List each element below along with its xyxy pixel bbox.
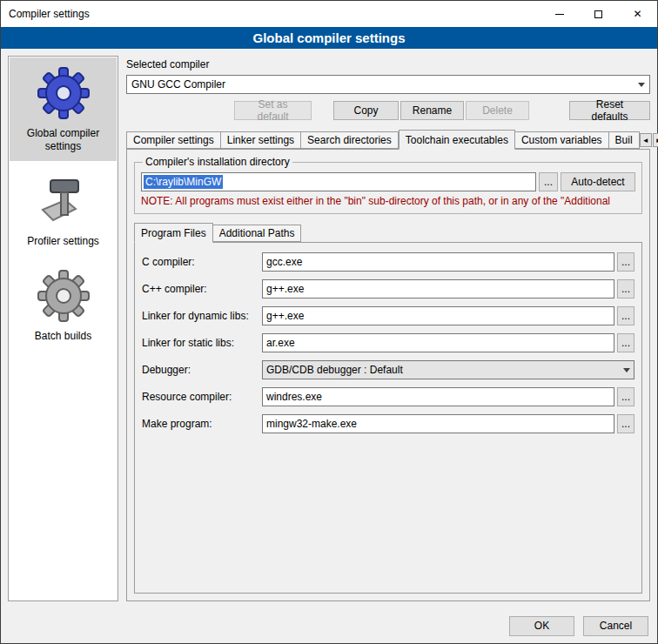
sidebar-item-label: Profiler settings (27, 235, 99, 248)
maximize-button[interactable] (579, 1, 618, 27)
installation-directory-value: C:\raylib\MinGW (144, 175, 223, 189)
tab-custom-variables[interactable]: Custom variables (515, 131, 609, 149)
tab-additional-paths[interactable]: Additional Paths (213, 225, 302, 242)
selected-compiler-label: Selected compiler (126, 58, 650, 70)
sidebar-item-label: Batch builds (35, 330, 91, 343)
dynamic-linker-value: g++.exe (266, 310, 304, 322)
ok-button[interactable]: OK (509, 616, 574, 636)
blue-gear-icon (36, 65, 91, 121)
cpp-compiler-row: C++ compiler: g++.exe ... (142, 279, 634, 299)
debugger-value: GDB/CDB debugger : Default (266, 364, 618, 376)
tab-scroll-controls: ◄ ► (640, 133, 658, 149)
tab-compiler-settings[interactable]: Compiler settings (126, 131, 221, 149)
sidebar-item-label: Global compiler settings (11, 127, 115, 153)
selected-compiler-dropdown[interactable]: GNU GCC Compiler (126, 75, 650, 94)
tab-scroll-left-button[interactable]: ◄ (640, 133, 652, 147)
settings-category-list: Global compiler settings Profiler settin… (8, 56, 118, 601)
resource-compiler-browse-button[interactable]: ... (617, 387, 634, 406)
dynamic-linker-browse-button[interactable]: ... (617, 306, 634, 325)
resource-compiler-value: windres.exe (266, 391, 322, 403)
dialog-content: Global compiler settings Profiler settin… (1, 49, 657, 608)
close-button[interactable]: ✕ (618, 1, 657, 27)
static-linker-row: Linker for static libs: ar.exe ... (142, 333, 634, 352)
maximize-icon (594, 10, 602, 18)
static-linker-input[interactable]: ar.exe (262, 333, 614, 352)
minimize-icon (555, 14, 564, 15)
make-program-row: Make program: mingw32-make.exe ... (142, 414, 634, 433)
copy-button[interactable]: Copy (333, 101, 399, 120)
resource-compiler-input[interactable]: windres.exe (262, 387, 614, 406)
static-linker-value: ar.exe (266, 337, 295, 349)
tab-scroll-left-icon: ◄ (642, 137, 649, 144)
set-as-default-button[interactable]: Set as default (234, 101, 312, 120)
installation-directory-row: C:\raylib\MinGW ... Auto-detect (141, 172, 635, 191)
tab-toolchain-executables[interactable]: Toolchain executables (399, 130, 515, 150)
compiler-settings-window: Compiler settings ✕ Global compiler sett… (0, 0, 658, 644)
make-program-label: Make program: (142, 418, 262, 430)
settings-main-panel: Selected compiler GNU GCC Compiler Set a… (126, 56, 650, 601)
settings-tabbar: Compiler settings Linker settings Search… (126, 130, 650, 149)
sidebar-item-global-compiler-settings[interactable]: Global compiler settings (10, 57, 117, 161)
debugger-label: Debugger: (142, 364, 262, 376)
close-icon: ✕ (633, 8, 641, 20)
debugger-row: Debugger: GDB/CDB debugger : Default (142, 360, 634, 379)
toolchain-executables-tabpage: Compiler's installation directory C:\ray… (126, 149, 650, 601)
sidebar-item-profiler-settings[interactable]: Profiler settings (10, 165, 117, 256)
selected-compiler-value: GNU GCC Compiler (131, 78, 633, 91)
tab-program-files[interactable]: Program Files (134, 223, 213, 243)
make-program-input[interactable]: mingw32-make.exe (262, 414, 614, 433)
installation-directory-input[interactable]: C:\raylib\MinGW (141, 172, 536, 191)
cancel-button[interactable]: Cancel (583, 616, 648, 636)
c-compiler-label: C compiler: (142, 256, 262, 268)
bin-subdirectory-note: NOTE: All programs must exist either in … (141, 195, 635, 207)
cpp-compiler-input[interactable]: g++.exe (262, 279, 614, 299)
program-files-panel: C compiler: gcc.exe ... C++ compiler: g+… (134, 242, 642, 594)
static-linker-label: Linker for static libs: (142, 337, 262, 349)
dialog-header: Global compiler settings (1, 27, 657, 49)
chevron-down-icon (623, 368, 630, 372)
compiler-actions-row: Set as default Copy Rename Delete Reset … (126, 101, 650, 120)
c-compiler-value: gcc.exe (266, 256, 302, 268)
delete-button[interactable]: Delete (466, 101, 529, 120)
make-program-value: mingw32-make.exe (266, 418, 357, 430)
rename-button[interactable]: Rename (400, 101, 464, 120)
tab-scroll-right-icon: ► (655, 137, 658, 144)
tab-linker-settings[interactable]: Linker settings (221, 131, 301, 149)
minimize-button[interactable] (540, 1, 579, 27)
cpp-compiler-browse-button[interactable]: ... (617, 279, 634, 299)
programs-tabbar: Program Files Additional Paths (134, 223, 642, 242)
make-program-browse-button[interactable]: ... (617, 414, 634, 433)
c-compiler-row: C compiler: gcc.exe ... (142, 252, 634, 272)
hammer-icon (36, 173, 91, 229)
tab-search-directories[interactable]: Search directories (301, 131, 399, 149)
resource-compiler-label: Resource compiler: (142, 391, 262, 403)
c-compiler-browse-button[interactable]: ... (617, 252, 634, 272)
tab-build-clipped[interactable]: Buil (609, 131, 640, 149)
cpp-compiler-value: g++.exe (266, 283, 304, 295)
chevron-down-icon (638, 83, 645, 87)
c-compiler-input[interactable]: gcc.exe (262, 252, 614, 272)
dynamic-linker-input[interactable]: g++.exe (262, 306, 614, 325)
window-title: Compiler settings (1, 8, 90, 20)
titlebar[interactable]: Compiler settings ✕ (1, 1, 657, 27)
dialog-header-title: Global compiler settings (252, 30, 405, 45)
auto-detect-button[interactable]: Auto-detect (561, 172, 635, 191)
dynamic-linker-label: Linker for dynamic libs: (142, 310, 262, 322)
cpp-compiler-label: C++ compiler: (142, 283, 262, 295)
static-linker-browse-button[interactable]: ... (617, 333, 634, 352)
dynamic-linker-row: Linker for dynamic libs: g++.exe ... (142, 306, 634, 325)
sidebar-item-batch-builds[interactable]: Batch builds (10, 260, 117, 351)
reset-defaults-button[interactable]: Reset defaults (569, 101, 650, 120)
window-controls: ✕ (540, 1, 657, 27)
dialog-button-bar: OK Cancel (1, 608, 657, 643)
tab-scroll-right-button[interactable]: ► (653, 133, 658, 147)
resource-compiler-row: Resource compiler: windres.exe ... (142, 387, 634, 406)
debugger-dropdown[interactable]: GDB/CDB debugger : Default (262, 360, 634, 379)
browse-directory-button[interactable]: ... (539, 172, 558, 191)
installation-directory-group: Compiler's installation directory C:\ray… (134, 156, 642, 214)
installation-directory-group-title: Compiler's installation directory (143, 156, 292, 168)
gray-gear-icon (36, 268, 91, 324)
